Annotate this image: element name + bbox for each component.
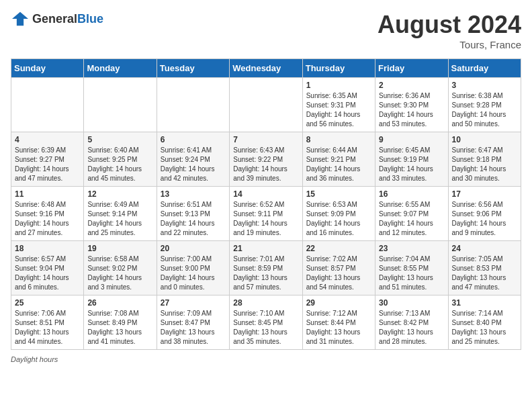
day-info: Sunrise: 6:53 AM Sunset: 9:09 PM Dayligh… [306,200,371,238]
day-info: Sunrise: 7:14 AM Sunset: 8:40 PM Dayligh… [452,309,517,347]
day-info: Sunrise: 7:13 AM Sunset: 8:42 PM Dayligh… [379,309,444,347]
col-header-friday: Friday [375,59,448,78]
calendar-week-row: 18Sunrise: 6:57 AM Sunset: 9:04 PM Dayli… [11,241,521,295]
col-header-wednesday: Wednesday [230,59,302,78]
svg-marker-0 [12,12,28,26]
day-info: Sunrise: 7:10 AM Sunset: 8:45 PM Dayligh… [233,309,298,347]
calendar-cell: 19Sunrise: 6:58 AM Sunset: 9:02 PM Dayli… [84,241,157,295]
day-info: Sunrise: 6:38 AM Sunset: 9:28 PM Dayligh… [452,91,517,129]
day-number: 25 [15,298,80,308]
month-year: August 2024 [378,11,521,39]
calendar-week-row: 11Sunrise: 6:48 AM Sunset: 9:16 PM Dayli… [11,187,521,241]
location: Tours, France [378,39,521,50]
day-number: 19 [87,244,152,253]
calendar-cell [84,78,157,132]
day-number: 28 [233,298,298,308]
calendar-cell: 22Sunrise: 7:02 AM Sunset: 8:57 PM Dayli… [302,241,375,295]
calendar-cell: 30Sunrise: 7:13 AM Sunset: 8:42 PM Dayli… [375,295,448,350]
calendar-cell: 26Sunrise: 7:08 AM Sunset: 8:49 PM Dayli… [84,295,157,350]
footer: Daylight hours [11,355,521,363]
calendar-week-row: 25Sunrise: 7:06 AM Sunset: 8:51 PM Dayli… [11,295,521,350]
day-info: Sunrise: 7:01 AM Sunset: 8:59 PM Dayligh… [233,255,298,292]
calendar-cell: 10Sunrise: 6:47 AM Sunset: 9:18 PM Dayli… [448,132,521,187]
day-number: 12 [87,189,152,199]
day-info: Sunrise: 7:00 AM Sunset: 9:00 PM Dayligh… [161,255,226,292]
calendar-cell: 15Sunrise: 6:53 AM Sunset: 9:09 PM Dayli… [302,187,375,241]
day-info: Sunrise: 7:09 AM Sunset: 8:47 PM Dayligh… [161,309,226,347]
calendar-cell: 5Sunrise: 6:40 AM Sunset: 9:25 PM Daylig… [84,132,157,187]
col-header-saturday: Saturday [448,59,521,78]
day-info: Sunrise: 6:35 AM Sunset: 9:31 PM Dayligh… [306,91,371,129]
day-number: 18 [15,244,80,253]
day-number: 11 [15,189,80,199]
calendar-cell: 24Sunrise: 7:05 AM Sunset: 8:53 PM Dayli… [448,241,521,295]
day-number: 21 [233,244,298,253]
day-info: Sunrise: 7:02 AM Sunset: 8:57 PM Dayligh… [306,255,371,292]
day-number: 6 [161,135,226,144]
day-number: 1 [306,81,371,90]
day-info: Sunrise: 6:56 AM Sunset: 9:06 PM Dayligh… [452,200,517,238]
day-info: Sunrise: 7:06 AM Sunset: 8:51 PM Dayligh… [15,309,80,347]
day-number: 24 [452,244,517,253]
calendar-cell [230,78,302,132]
day-number: 7 [233,135,298,144]
calendar-cell: 12Sunrise: 6:49 AM Sunset: 9:14 PM Dayli… [84,187,157,241]
day-info: Sunrise: 6:47 AM Sunset: 9:18 PM Dayligh… [452,146,517,183]
day-number: 17 [452,189,517,199]
calendar-header-row: SundayMondayTuesdayWednesdayThursdayFrid… [11,59,521,78]
calendar-cell: 8Sunrise: 6:44 AM Sunset: 9:21 PM Daylig… [302,132,375,187]
day-info: Sunrise: 6:40 AM Sunset: 9:25 PM Dayligh… [87,146,152,183]
day-number: 23 [379,244,444,253]
daylight-hours-label: Daylight hours [11,355,58,363]
day-info: Sunrise: 7:08 AM Sunset: 8:49 PM Dayligh… [87,309,152,347]
calendar-cell: 6Sunrise: 6:41 AM Sunset: 9:24 PM Daylig… [157,132,229,187]
day-number: 22 [306,244,371,253]
day-number: 3 [452,81,517,90]
calendar-cell: 29Sunrise: 7:12 AM Sunset: 8:44 PM Dayli… [302,295,375,350]
calendar-cell: 1Sunrise: 6:35 AM Sunset: 9:31 PM Daylig… [302,78,375,132]
col-header-thursday: Thursday [302,59,375,78]
calendar-cell: 3Sunrise: 6:38 AM Sunset: 9:28 PM Daylig… [448,78,521,132]
calendar-cell: 14Sunrise: 6:52 AM Sunset: 9:11 PM Dayli… [230,187,302,241]
day-info: Sunrise: 6:52 AM Sunset: 9:11 PM Dayligh… [233,200,298,238]
calendar-cell: 9Sunrise: 6:45 AM Sunset: 9:19 PM Daylig… [375,132,448,187]
calendar-week-row: 4Sunrise: 6:39 AM Sunset: 9:27 PM Daylig… [11,132,521,187]
day-info: Sunrise: 6:43 AM Sunset: 9:22 PM Dayligh… [233,146,298,183]
calendar-cell: 31Sunrise: 7:14 AM Sunset: 8:40 PM Dayli… [448,295,521,350]
calendar-cell: 7Sunrise: 6:43 AM Sunset: 9:22 PM Daylig… [230,132,302,187]
day-info: Sunrise: 6:49 AM Sunset: 9:14 PM Dayligh… [87,200,152,238]
title-block: August 2024 Tours, France [378,11,521,50]
calendar-cell: 27Sunrise: 7:09 AM Sunset: 8:47 PM Dayli… [157,295,229,350]
calendar-cell: 20Sunrise: 7:00 AM Sunset: 9:00 PM Dayli… [157,241,229,295]
day-info: Sunrise: 7:05 AM Sunset: 8:53 PM Dayligh… [452,255,517,292]
day-number: 5 [87,135,152,144]
logo-icon [11,11,30,27]
calendar-cell: 21Sunrise: 7:01 AM Sunset: 8:59 PM Dayli… [230,241,302,295]
day-number: 31 [452,298,517,308]
day-info: Sunrise: 6:51 AM Sunset: 9:13 PM Dayligh… [161,200,226,238]
logo-general: General [32,12,77,26]
day-info: Sunrise: 6:41 AM Sunset: 9:24 PM Dayligh… [161,146,226,183]
day-number: 15 [306,189,371,199]
day-number: 9 [379,135,444,144]
col-header-tuesday: Tuesday [157,59,229,78]
col-header-sunday: Sunday [11,59,84,78]
logo-blue: Blue [77,12,103,26]
calendar-cell: 13Sunrise: 6:51 AM Sunset: 9:13 PM Dayli… [157,187,229,241]
day-info: Sunrise: 6:48 AM Sunset: 9:16 PM Dayligh… [15,200,80,238]
day-number: 14 [233,189,298,199]
day-number: 26 [87,298,152,308]
day-info: Sunrise: 6:44 AM Sunset: 9:21 PM Dayligh… [306,146,371,183]
day-number: 16 [379,189,444,199]
calendar-cell: 2Sunrise: 6:36 AM Sunset: 9:30 PM Daylig… [375,78,448,132]
day-info: Sunrise: 6:57 AM Sunset: 9:04 PM Dayligh… [15,255,80,292]
day-info: Sunrise: 6:45 AM Sunset: 9:19 PM Dayligh… [379,146,444,183]
day-number: 30 [379,298,444,308]
calendar-cell: 28Sunrise: 7:10 AM Sunset: 8:45 PM Dayli… [230,295,302,350]
calendar-week-row: 1Sunrise: 6:35 AM Sunset: 9:31 PM Daylig… [11,78,521,132]
day-number: 20 [161,244,226,253]
day-number: 8 [306,135,371,144]
day-number: 13 [161,189,226,199]
calendar-cell: 11Sunrise: 6:48 AM Sunset: 9:16 PM Dayli… [11,187,84,241]
day-info: Sunrise: 6:55 AM Sunset: 9:07 PM Dayligh… [379,200,444,238]
